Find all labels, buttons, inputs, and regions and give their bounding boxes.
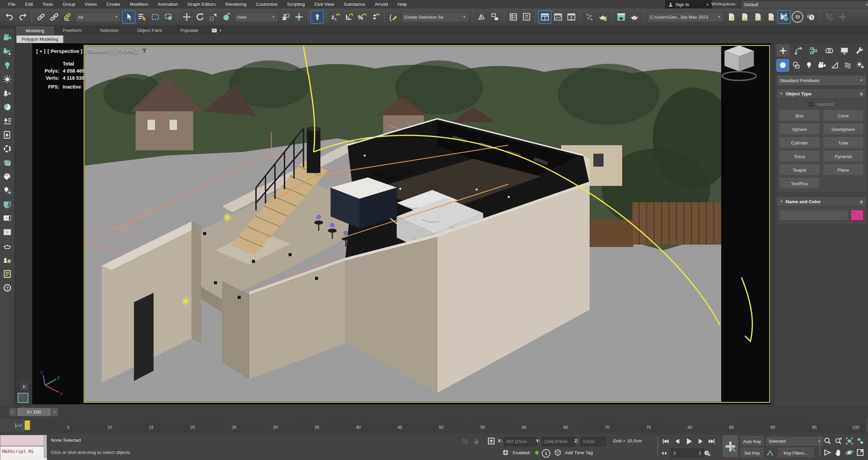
geometry-subtab[interactable]	[776, 59, 789, 72]
primitive-button-teapot[interactable]: Teapot	[779, 165, 820, 175]
primitive-button-plane[interactable]: Plane	[823, 165, 864, 175]
fire-effect-icon[interactable]	[1, 143, 13, 154]
cameras-subtab[interactable]	[816, 59, 828, 71]
primitive-category-dropdown[interactable]: Standard Primitives ▼	[776, 75, 866, 86]
selection-lock-icon[interactable]	[472, 437, 481, 446]
forest-alert-icon[interactable]	[1, 254, 13, 266]
schematic-view-icon[interactable]	[565, 11, 578, 24]
menu-substance[interactable]: Substance	[339, 1, 370, 8]
primitive-button-pyramid[interactable]: Pyramid	[823, 151, 864, 162]
menu-rendering[interactable]: Rendering	[221, 1, 251, 8]
spacewarps-subtab[interactable]	[842, 59, 853, 71]
menu-civil-view[interactable]: Civil View	[310, 1, 339, 8]
previous-frame-button[interactable]: ‹	[9, 408, 16, 416]
shapes-subtab[interactable]	[790, 59, 802, 71]
current-frame-field[interactable]: 0 ▲▼	[671, 448, 704, 458]
autosave-icon[interactable]	[777, 11, 791, 24]
kbd-override-icon[interactable]	[311, 11, 324, 24]
snap-25-icon[interactable]: 25	[329, 11, 342, 24]
one-badge[interactable]: 1	[542, 449, 550, 458]
move-icon[interactable]	[180, 11, 193, 24]
set-key-pose-icon[interactable]	[766, 448, 775, 458]
redo-icon[interactable]	[16, 11, 29, 24]
ribbon-toggle-icon[interactable]	[538, 11, 551, 24]
y-coordinate-field[interactable]: 2346,976cm	[542, 437, 576, 446]
camera-add-icon[interactable]	[1, 45, 13, 57]
preview-window-icon[interactable]	[1, 212, 13, 224]
scene-nodes-icon[interactable]	[751, 11, 764, 24]
project-folder-dropdown[interactable]: C:\Users\Gen...3ds Max 2023▼	[647, 12, 723, 22]
key-selection-dropdown[interactable]: Selected ▼	[766, 436, 824, 446]
environment-icon[interactable]	[1, 101, 13, 113]
light-bulb-icon[interactable]	[1, 59, 13, 71]
next-frame-playback-button[interactable]	[696, 436, 706, 446]
pivot-center-icon[interactable]	[279, 11, 292, 24]
scene-script-icon[interactable]	[725, 11, 738, 24]
primitive-button-tube[interactable]: Tube	[823, 137, 864, 148]
modify-tab[interactable]	[792, 44, 805, 57]
help-icon[interactable]: ?	[1, 282, 13, 293]
maxscript-mini-listener-pink[interactable]	[0, 435, 44, 446]
region-window-icon[interactable]	[162, 11, 175, 24]
drag-grip[interactable]	[819, 437, 821, 457]
isolate-selection-icon[interactable]	[461, 437, 471, 446]
pan-hand-icon[interactable]	[834, 448, 844, 458]
hierarchy-tab[interactable]	[807, 44, 820, 57]
menu-views[interactable]: Views	[80, 1, 102, 8]
primitive-button-box[interactable]: Box	[779, 110, 820, 121]
viewport-shading-menu[interactable]: [ Facets ]	[115, 48, 137, 54]
sign-in-button[interactable]: Sign In ▼	[665, 0, 712, 9]
helpers-subtab[interactable]	[829, 59, 841, 71]
rendered-frame-icon[interactable]	[614, 11, 628, 24]
slate-material-icon[interactable]	[1, 157, 13, 168]
select-link-icon[interactable]	[34, 11, 47, 24]
mini-curve-editor-icon[interactable]	[14, 421, 22, 429]
primitive-button-sphere[interactable]: Sphere	[779, 124, 820, 135]
object-type-rollout-header[interactable]: ▼ Object Type ▣	[776, 89, 866, 99]
align-icon[interactable]	[488, 11, 501, 24]
snap-spinner-icon[interactable]	[369, 11, 382, 24]
select-place-icon[interactable]	[220, 11, 233, 24]
snap-angle-icon[interactable]	[342, 11, 355, 24]
maximize-viewport-icon[interactable]	[856, 448, 865, 458]
auto-key-button[interactable]: Auto Key	[740, 436, 764, 446]
ribbon-tab-freeform[interactable]: Freeform	[54, 26, 91, 35]
add-time-tag[interactable]: Add Time Tag	[565, 450, 593, 455]
utilities-tab[interactable]	[853, 44, 866, 57]
menu-scripting[interactable]: Scripting	[282, 1, 310, 8]
ribbon-tab-populate[interactable]: Populate	[171, 26, 208, 35]
snapshot-icon[interactable]	[823, 11, 836, 24]
object-color-swatch[interactable]	[851, 210, 864, 221]
selection-filter-dropdown[interactable]: All▼	[75, 12, 121, 22]
time-rewind-icon[interactable]	[804, 11, 817, 24]
maxscript-mini-listener-input[interactable]: MAXScript Mi	[0, 446, 47, 460]
goto-start-button[interactable]	[660, 436, 671, 446]
primitive-button-cylinder[interactable]: Cylinder	[779, 137, 820, 148]
teapot-wire-icon[interactable]	[1, 240, 13, 252]
foliage-page-icon[interactable]	[1, 129, 13, 140]
time-configuration-icon[interactable]	[702, 448, 712, 458]
menu-group[interactable]: Group	[58, 1, 80, 8]
sun-icon[interactable]	[1, 73, 13, 85]
zoom-all-icon[interactable]	[834, 437, 844, 446]
menu-animation[interactable]: Animation	[153, 1, 183, 8]
object-name-field[interactable]	[779, 210, 848, 221]
render-flow-icon[interactable]	[583, 11, 596, 24]
menu-help[interactable]: Help	[393, 1, 412, 8]
listener-scrollbar[interactable]	[44, 435, 47, 458]
next-frame-button[interactable]: ›	[51, 408, 58, 416]
filter-funnel-icon[interactable]	[139, 48, 148, 54]
absolute-transform-icon[interactable]	[487, 437, 496, 446]
time-slider-value[interactable]: 0 / 100	[17, 408, 51, 416]
render-window-icon[interactable]	[1, 198, 13, 210]
region-rect-icon[interactable]	[149, 11, 162, 24]
primitive-button-geosphere[interactable]: GeoSphere	[823, 124, 864, 135]
timeline-ruler[interactable]: 0510152025303540455055606570758085909510…	[24, 419, 865, 432]
perspective-viewport[interactable]: x y z [ + ] [ Perspective ] [ Standard ]…	[32, 43, 771, 404]
menu-edit[interactable]: Edit	[20, 1, 38, 8]
zoom-extents-all-icon[interactable]	[856, 437, 865, 446]
scene-nodes2-icon[interactable]	[764, 11, 777, 24]
palette-icon[interactable]	[1, 171, 13, 182]
workspace-dropdown[interactable]: Default ▼	[741, 1, 868, 8]
create-key-button[interactable]	[722, 436, 738, 457]
